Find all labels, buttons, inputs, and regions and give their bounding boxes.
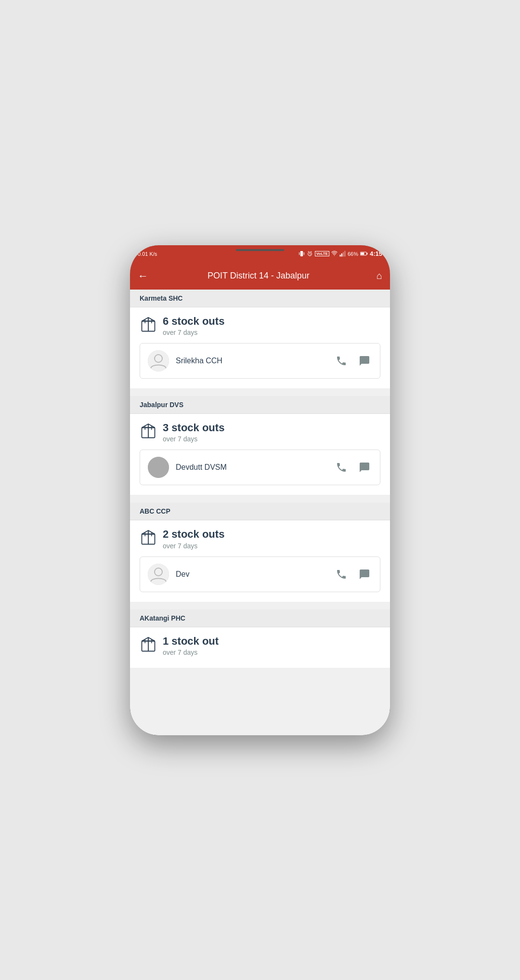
time: 4:15 [370, 250, 382, 257]
section-body-abc: 2 stock outs over 7 days Dev [130, 520, 390, 601]
section-header-abc: ABC CCP [130, 503, 390, 520]
stockout-days-karmeta: over 7 days [163, 329, 380, 336]
contact-card-abc: Dev [140, 556, 380, 592]
vibrate-icon [299, 251, 305, 257]
box-icon-abc [140, 529, 157, 546]
stockout-row-karmeta: 6 stock outs over 7 days [140, 315, 380, 336]
phone-frame: 0.01 K/s VoLTE [130, 245, 390, 735]
contact-name-jabalpur: Devdutt DVSM [176, 463, 334, 472]
stockout-info-karmeta: 6 stock outs over 7 days [163, 315, 380, 336]
stockout-info-akatangi: 1 stock out over 7 days [163, 635, 380, 656]
section-body-jabalpur: 3 stock outs over 7 days Devdutt DVSM [130, 414, 390, 495]
box-icon-karmeta [140, 316, 157, 333]
svg-point-8 [334, 255, 335, 256]
svg-point-28 [148, 457, 169, 478]
stockout-info-jabalpur: 3 stock outs over 7 days [163, 422, 380, 443]
page-title: POIT District 14 - Jabalpur [156, 271, 361, 281]
contact-name-karmeta: Srilekha CCH [176, 357, 334, 365]
stockout-count-akatangi: 1 stock out [163, 635, 380, 648]
svg-rect-15 [361, 252, 364, 255]
chat-button-karmeta[interactable] [357, 353, 372, 369]
phone-screen: 0.01 K/s VoLTE [130, 245, 390, 735]
stockout-days-abc: over 7 days [163, 542, 380, 550]
svg-rect-11 [343, 252, 344, 256]
contact-card-karmeta: Srilekha CCH [140, 343, 380, 379]
phone-icon-jabalpur [336, 462, 347, 473]
box-icon-akatangi [140, 636, 157, 653]
divider-3 [130, 606, 390, 609]
stockout-days-akatangi: over 7 days [163, 649, 380, 656]
avatar-abc [148, 564, 169, 585]
battery-icon [360, 251, 368, 257]
divider-1 [130, 392, 390, 396]
chat-button-jabalpur[interactable] [357, 460, 372, 475]
call-button-abc[interactable] [334, 567, 349, 582]
avatar-icon-abc [148, 564, 169, 585]
contact-actions-abc [334, 567, 372, 582]
stockout-count-jabalpur: 3 stock outs [163, 422, 380, 434]
alarm-icon [307, 251, 313, 257]
call-button-jabalpur[interactable] [334, 460, 349, 475]
network-speed: 0.01 K/s [138, 251, 157, 257]
status-bar: 0.01 K/s VoLTE [130, 245, 390, 263]
chat-icon-jabalpur [359, 462, 370, 473]
status-icons: VoLTE 66% [299, 250, 382, 257]
avatar-jabalpur [148, 457, 169, 478]
section-header-karmeta: Karmeta SHC [130, 290, 390, 307]
section-header-akatangi: AKatangi PHC [130, 609, 390, 627]
phone-icon-abc [336, 569, 347, 580]
notch [236, 249, 284, 251]
stockout-count-abc: 2 stock outs [163, 528, 380, 541]
avatar-icon-karmeta [148, 350, 169, 371]
stockout-info-abc: 2 stock outs over 7 days [163, 528, 380, 549]
stockout-count-karmeta: 6 stock outs [163, 315, 380, 328]
contact-actions-jabalpur [334, 460, 372, 475]
svg-rect-2 [304, 252, 304, 255]
chat-button-abc[interactable] [357, 567, 372, 582]
wifi-icon [331, 251, 338, 257]
section-jabalpur: Jabalpur DVS 3 stock outs [130, 396, 390, 495]
section-akatangi: AKatangi PHC 1 stock out [130, 609, 390, 668]
svg-rect-14 [366, 253, 367, 255]
svg-line-7 [311, 252, 312, 252]
chat-icon-abc [359, 569, 370, 580]
avatar-karmeta [148, 350, 169, 371]
svg-rect-9 [339, 255, 340, 257]
stockout-row-jabalpur: 3 stock outs over 7 days [140, 422, 380, 443]
content-scroll[interactable]: Karmeta SHC 6 stock outs [130, 290, 390, 735]
box-icon-jabalpur [140, 423, 157, 440]
svg-rect-0 [300, 251, 303, 256]
stockout-row-akatangi: 1 stock out over 7 days [140, 635, 380, 656]
back-button[interactable]: ← [138, 270, 148, 282]
home-button[interactable]: ⌂ [377, 270, 382, 281]
svg-line-5 [310, 254, 311, 254]
stockout-days-jabalpur: over 7 days [163, 435, 380, 443]
svg-rect-12 [344, 251, 345, 257]
section-body-akatangi: 1 stock out over 7 days [130, 627, 390, 668]
chat-icon-karmeta [359, 355, 370, 367]
svg-line-6 [308, 252, 309, 252]
svg-rect-1 [299, 252, 299, 255]
phone-icon-karmeta [336, 355, 347, 367]
signal-icon [339, 251, 346, 257]
volte-badge: VoLTE [315, 251, 329, 256]
svg-rect-10 [341, 253, 342, 257]
section-body-karmeta: 6 stock outs over 7 days Srilekh [130, 307, 390, 388]
contact-name-abc: Dev [176, 570, 334, 579]
divider-2 [130, 499, 390, 503]
stockout-row-abc: 2 stock outs over 7 days [140, 528, 380, 549]
battery-percent: 66% [348, 251, 358, 257]
section-karmeta: Karmeta SHC 6 stock outs [130, 290, 390, 388]
section-header-jabalpur: Jabalpur DVS [130, 396, 390, 414]
avatar-icon-jabalpur [148, 457, 169, 478]
contact-actions-karmeta [334, 353, 372, 369]
nav-bar: ← POIT District 14 - Jabalpur ⌂ [130, 263, 390, 290]
call-button-karmeta[interactable] [334, 353, 349, 369]
section-abc: ABC CCP 2 stock outs ov [130, 503, 390, 601]
contact-card-jabalpur: Devdutt DVSM [140, 450, 380, 485]
